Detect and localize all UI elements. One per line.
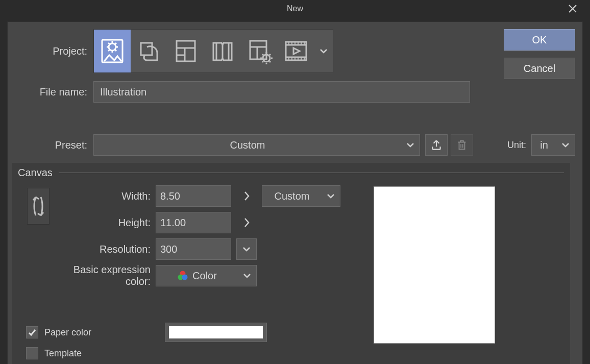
chevron-down-icon — [322, 191, 340, 201]
close-icon — [568, 4, 577, 13]
dialog-actions: OK Cancel — [504, 29, 575, 79]
book-icon — [209, 38, 236, 64]
height-input[interactable]: 11.00 — [156, 212, 231, 233]
filename-label: File name: — [8, 86, 93, 98]
project-type-book[interactable] — [204, 30, 241, 72]
preset-row: Preset: Custom Unit: in — [8, 134, 575, 156]
template-label: Template — [44, 348, 82, 359]
color-label: Basic expression color: — [67, 264, 151, 287]
resolution-input[interactable]: 300 — [156, 238, 231, 260]
chevron-down-icon — [319, 46, 328, 56]
save-preset-icon — [430, 138, 443, 152]
unit-select[interactable]: in — [531, 134, 575, 156]
unit-wrap: Unit: in — [507, 134, 575, 156]
project-type-dropdown[interactable] — [314, 30, 333, 72]
trash-icon — [456, 139, 468, 151]
size-preset-select[interactable]: Custom — [262, 185, 340, 207]
project-type-selector — [93, 29, 333, 73]
canvas-group-label: Canvas — [18, 167, 53, 179]
chevron-right-icon — [243, 190, 250, 202]
chevron-down-icon — [237, 245, 256, 254]
template-checkbox[interactable] — [26, 347, 38, 359]
color-row: Basic expression color: Color — [67, 262, 353, 289]
swap-arrows-icon — [32, 193, 45, 220]
paper-color-checkbox[interactable] — [26, 326, 38, 338]
svg-point-8 — [182, 275, 188, 280]
comic-settings-icon — [246, 38, 273, 64]
resolution-dropdown[interactable] — [236, 238, 257, 260]
project-type-animation[interactable] — [278, 30, 314, 72]
paper-color-row: Paper color — [26, 323, 267, 342]
project-type-webtoon[interactable] — [131, 30, 167, 72]
color-mode-select[interactable]: Color — [156, 265, 257, 286]
width-input[interactable]: 8.50 — [156, 185, 231, 207]
webtoon-icon — [136, 38, 162, 64]
chevron-down-icon — [238, 271, 256, 280]
paper-color-value — [169, 326, 263, 338]
chevron-down-icon — [401, 140, 420, 150]
template-row: Template — [26, 347, 82, 359]
comic-panel-icon — [173, 38, 199, 64]
project-type-settings[interactable] — [241, 30, 278, 72]
width-label: Width: — [67, 190, 151, 202]
titlebar: New — [0, 0, 590, 17]
project-label: Project: — [8, 45, 93, 57]
filename-input[interactable]: Illustration — [93, 81, 470, 103]
new-dialog: OK Cancel Project: — [7, 21, 583, 364]
project-type-comic[interactable] — [167, 30, 204, 72]
unit-label: Unit: — [507, 140, 526, 151]
preset-select[interactable]: Custom — [93, 134, 420, 156]
svg-point-1 — [109, 43, 116, 51]
canvas-preview — [374, 187, 495, 343]
illustration-icon — [99, 38, 126, 64]
filename-row: File name: Illustration — [8, 81, 470, 103]
resolution-row: Resolution: 300 — [67, 236, 353, 262]
preset-label: Preset: — [8, 139, 93, 151]
chevron-right-icon — [243, 217, 250, 228]
cancel-button[interactable]: Cancel — [504, 58, 575, 79]
paper-color-swatch[interactable] — [165, 323, 267, 342]
ok-button[interactable]: OK — [504, 29, 575, 51]
width-stepper[interactable] — [236, 185, 257, 207]
height-label: Height: — [67, 217, 151, 229]
swap-dimensions-button[interactable] — [27, 188, 50, 225]
window-title: New — [287, 4, 303, 13]
height-stepper[interactable] — [236, 212, 257, 233]
paper-color-label: Paper color — [44, 327, 91, 338]
height-row: Height: 11.00 — [67, 209, 353, 236]
canvas-group-header: Canvas — [12, 163, 570, 181]
rgb-icon — [177, 270, 188, 281]
project-type-illustration[interactable] — [94, 30, 131, 72]
canvas-group: Canvas Width: 8.50 Custom — [12, 163, 570, 364]
close-button[interactable] — [562, 0, 583, 17]
project-row: Project: — [8, 29, 333, 73]
canvas-body: Width: 8.50 Custom Height: 11.00 — [12, 181, 570, 185]
canvas-fields: Width: 8.50 Custom Height: 11.00 — [67, 183, 353, 289]
resolution-label: Resolution: — [67, 244, 151, 255]
delete-preset-button[interactable] — [451, 134, 473, 156]
chevron-down-icon — [556, 140, 575, 150]
check-icon — [28, 328, 37, 337]
save-preset-button[interactable] — [425, 134, 448, 156]
svg-rect-2 — [177, 41, 195, 61]
divider — [59, 173, 564, 173]
animation-icon — [283, 38, 309, 64]
width-row: Width: 8.50 Custom — [67, 183, 353, 209]
